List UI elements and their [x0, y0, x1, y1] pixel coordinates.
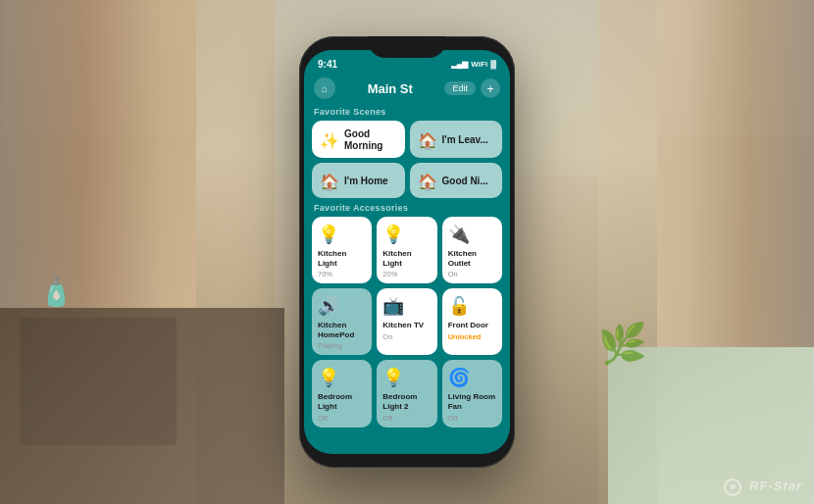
homepod-status: Playing [318, 341, 366, 350]
light-1-name: Kitchen Light [318, 249, 366, 268]
status-time: 9:41 [318, 59, 337, 70]
light-2-icon: 💡 [382, 224, 431, 245]
lock-icon: 🔓 [448, 295, 496, 317]
outlet-icon: 🔌 [448, 224, 496, 245]
leaving-label: I'm Leav... [442, 134, 488, 146]
scene-im-home[interactable]: 🏠 I'm Home [312, 163, 405, 198]
homepod-name: Kitchen HomePod [318, 321, 366, 339]
home-button[interactable]: ⌂ [314, 77, 335, 99]
light-2-name: Kitchen Light [382, 249, 431, 268]
nav-title: Main St [368, 81, 413, 96]
phone-screen: 9:41 ▂▄▆ WiFi ▓ ⌂ Main St Edit + Fav [304, 50, 510, 454]
kitchen-items: 🧴 [39, 276, 74, 308]
light-2-status: 20% [382, 270, 431, 278]
phone-notch [368, 36, 446, 58]
fan-name: Living Room Fan [448, 392, 496, 411]
acc-kitchen-outlet[interactable]: 🔌 Kitchen Outlet On [442, 217, 502, 283]
plant-decoration: 🌿 [598, 321, 647, 367]
scene-good-morning[interactable]: ✨ Good Morning [312, 121, 405, 158]
wifi-icon: WiFi [471, 60, 487, 69]
leaving-icon: 🏠 [418, 131, 437, 150]
door-status: Unlocked [448, 332, 496, 341]
bedroom-light-1-status: Off [318, 414, 366, 423]
battery-icon: ▓ [490, 60, 496, 69]
scenes-grid: ✨ Good Morning 🏠 I'm Leav... 🏠 I'm Home [312, 121, 502, 198]
accessories-grid: 💡 Kitchen Light 70% 💡 Kitchen Light 20% … [312, 217, 502, 428]
acc-front-door[interactable]: 🔓 Front Door Unlocked [442, 288, 502, 355]
add-button[interactable]: + [481, 78, 500, 98]
watermark-icon: ⊕ [724, 479, 741, 496]
good-night-label: Good Ni... [442, 176, 488, 187]
door-name: Front Door [448, 321, 496, 330]
home-label: I'm Home [344, 176, 388, 187]
scene-good-night[interactable]: 🏠 Good Ni... [410, 163, 503, 198]
light-1-icon: 💡 [318, 224, 366, 245]
phone-device: 9:41 ▂▄▆ WiFi ▓ ⌂ Main St Edit + Fav [299, 36, 515, 468]
outlet-name: Kitchen Outlet [448, 249, 496, 268]
acc-bedroom-light-2[interactable]: 💡 Bedroom Light 2 Off [377, 360, 436, 427]
acc-kitchen-light-1[interactable]: 💡 Kitchen Light 70% [312, 217, 372, 283]
bedroom-light-1-icon: 💡 [318, 367, 366, 388]
tv-status: On [382, 332, 431, 341]
acc-kitchen-light-2[interactable]: 💡 Kitchen Light 20% [377, 217, 436, 283]
acc-bedroom-light-1[interactable]: 💡 Bedroom Light Off [312, 360, 372, 427]
good-night-icon: 🏠 [418, 173, 437, 191]
edit-button[interactable]: Edit [444, 81, 476, 95]
tv-icon: 📺 [382, 295, 431, 317]
acc-kitchen-tv[interactable]: 📺 Kitchen TV On [377, 288, 436, 355]
accessories-section-label: Favorite Accessories [314, 203, 502, 213]
bedroom-light-2-icon: 💡 [382, 367, 431, 388]
status-icons: ▂▄▆ WiFi ▓ [451, 60, 496, 69]
outlet-status: On [448, 270, 496, 278]
homepod-icon: 🔊 [318, 295, 366, 317]
good-morning-icon: ✨ [320, 131, 339, 150]
bedroom-light-1-name: Bedroom Light [318, 392, 366, 411]
phone-wrapper: 9:41 ▂▄▆ WiFi ▓ ⌂ Main St Edit + Fav [299, 36, 515, 468]
counter-left [0, 308, 284, 504]
watermark: ⊕ RF-Star [724, 479, 802, 496]
screen-content: Favorite Scenes ✨ Good Morning 🏠 I'm Lea… [304, 103, 510, 428]
scenes-section-label: Favorite Scenes [314, 107, 502, 117]
acc-homepod[interactable]: 🔊 Kitchen HomePod Playing [312, 288, 372, 355]
light-1-status: 70% [318, 270, 366, 278]
bedroom-light-2-name: Bedroom Light 2 [382, 392, 431, 411]
good-morning-label: Good Morning [344, 128, 397, 152]
bedroom-light-2-status: Off [382, 414, 431, 423]
tv-name: Kitchen TV [382, 321, 431, 330]
watermark-text: RF-Star [749, 479, 802, 493]
nav-bar: ⌂ Main St Edit + [304, 76, 510, 103]
acc-living-room-fan[interactable]: 🌀 Living Room Fan Off [442, 360, 502, 427]
home-icon: 🏠 [320, 173, 339, 191]
scene-im-leaving[interactable]: 🏠 I'm Leav... [410, 121, 503, 158]
fan-icon: 🌀 [448, 367, 496, 388]
signal-icon: ▂▄▆ [451, 60, 469, 69]
fan-status: Off [448, 414, 496, 423]
